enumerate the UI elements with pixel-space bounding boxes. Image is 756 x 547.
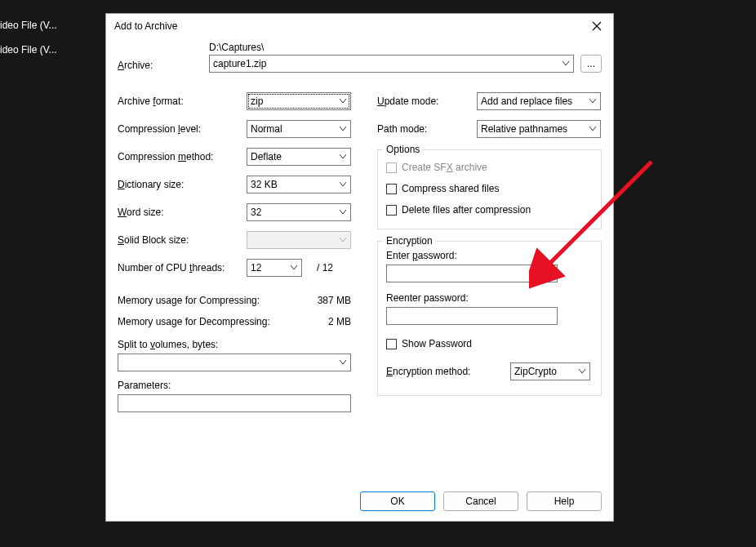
archive-file-value: capture1.zip bbox=[213, 58, 266, 69]
bg-file-name: ideo File (V... bbox=[0, 20, 106, 31]
archive-format-label: Archive format: bbox=[118, 96, 247, 107]
chevron-down-icon bbox=[336, 360, 350, 365]
ok-label: OK bbox=[390, 496, 404, 507]
path-mode-label: Path mode: bbox=[377, 123, 477, 135]
archive-path: D:\Captures\ bbox=[209, 42, 602, 53]
close-button[interactable] bbox=[587, 16, 607, 36]
split-volumes-label: Split to volumes, bytes: bbox=[118, 339, 351, 350]
compress-shared-label: Compress shared files bbox=[402, 183, 499, 194]
dictionary-size-label: Dictionary size: bbox=[118, 179, 247, 190]
chevron-down-icon bbox=[585, 99, 600, 104]
cpu-threads-label: Number of CPU threads: bbox=[118, 262, 247, 274]
mem-decompress-value: 2 MB bbox=[328, 316, 351, 327]
cpu-threads-select[interactable]: 12 bbox=[247, 259, 302, 277]
chevron-down-icon bbox=[575, 369, 589, 374]
enter-password-input[interactable] bbox=[386, 265, 558, 282]
compression-level-value: Normal bbox=[251, 123, 282, 135]
close-icon bbox=[592, 21, 602, 31]
reenter-password-label: Reenter password: bbox=[386, 292, 593, 304]
archive-label: Archive: bbox=[118, 42, 209, 71]
browse-label: ... bbox=[587, 58, 595, 69]
update-mode-select[interactable]: Add and replace files bbox=[477, 92, 601, 110]
compression-method-value: Deflate bbox=[251, 151, 282, 162]
word-size-select[interactable]: 32 bbox=[247, 203, 351, 221]
parameters-label: Parameters: bbox=[118, 380, 351, 391]
dictionary-size-value: 32 KB bbox=[251, 179, 278, 190]
delete-after-checkbox[interactable] bbox=[386, 205, 397, 216]
encryption-group: Encryption Enter password: Reenter passw… bbox=[377, 241, 602, 396]
options-title: Options bbox=[383, 144, 423, 155]
chevron-down-icon bbox=[336, 127, 350, 131]
chevron-down-icon bbox=[585, 127, 600, 131]
dialog-title: Add to Archive bbox=[114, 20, 177, 32]
chevron-down-icon bbox=[336, 99, 350, 104]
compression-method-select[interactable]: Deflate bbox=[247, 148, 351, 166]
word-size-label: Word size: bbox=[118, 207, 247, 218]
word-size-value: 32 bbox=[251, 207, 261, 218]
archive-file-combo[interactable]: capture1.zip bbox=[209, 55, 574, 73]
add-to-archive-dialog: Add to Archive Archive: D:\Captures\ cap… bbox=[105, 13, 614, 522]
encryption-method-value: ZipCrypto bbox=[514, 366, 557, 377]
cancel-button[interactable]: Cancel bbox=[443, 491, 518, 511]
show-password-label: Show Password bbox=[402, 338, 472, 349]
encryption-title: Encryption bbox=[383, 235, 436, 247]
cancel-label: Cancel bbox=[465, 496, 496, 507]
solid-block-select bbox=[247, 231, 351, 249]
cpu-threads-total: / 12 bbox=[317, 262, 333, 274]
sfx-checkbox bbox=[386, 162, 397, 173]
browse-button[interactable]: ... bbox=[580, 55, 602, 73]
split-volumes-combo[interactable] bbox=[118, 354, 351, 371]
encryption-method-select[interactable]: ZipCrypto bbox=[510, 362, 590, 380]
dictionary-size-select[interactable]: 32 KB bbox=[247, 176, 351, 193]
path-mode-value: Relative pathnames bbox=[481, 123, 567, 135]
cpu-threads-value: 12 bbox=[251, 262, 261, 274]
chevron-down-icon bbox=[558, 61, 573, 66]
solid-block-label: Solid Block size: bbox=[118, 234, 247, 246]
chevron-down-icon bbox=[336, 154, 350, 159]
compression-level-label: Compression level: bbox=[118, 123, 247, 135]
enter-password-label: Enter password: bbox=[386, 250, 593, 261]
chevron-down-icon bbox=[336, 210, 350, 215]
path-mode-select[interactable]: Relative pathnames bbox=[477, 120, 601, 138]
encryption-method-label: Encryption method: bbox=[386, 366, 510, 377]
help-label: Help bbox=[554, 496, 575, 507]
archive-format-select[interactable]: zip bbox=[247, 92, 351, 110]
help-button[interactable]: Help bbox=[527, 491, 602, 511]
bg-file-name: ideo File (V... bbox=[0, 44, 106, 56]
ok-button[interactable]: OK bbox=[360, 491, 435, 511]
mem-decompress-label: Memory usage for Decompressing: bbox=[118, 316, 270, 327]
reenter-password-input[interactable] bbox=[386, 307, 558, 325]
options-group: Options Create SFX archive Compress shar… bbox=[377, 149, 602, 229]
archive-format-value: zip bbox=[251, 96, 263, 107]
delete-after-label: Delete files after compression bbox=[402, 204, 531, 216]
sfx-label: Create SFX archive bbox=[402, 162, 487, 173]
compression-method-label: Compression method: bbox=[118, 151, 247, 162]
show-password-checkbox[interactable] bbox=[386, 339, 397, 349]
compress-shared-checkbox[interactable] bbox=[386, 184, 397, 194]
button-bar: OK Cancel Help bbox=[106, 482, 613, 521]
parameters-input[interactable] bbox=[118, 394, 351, 412]
titlebar: Add to Archive bbox=[106, 14, 613, 38]
chevron-down-icon bbox=[287, 265, 301, 270]
chevron-down-icon bbox=[336, 238, 350, 242]
mem-compress-value: 387 MB bbox=[318, 295, 351, 306]
chevron-down-icon bbox=[336, 182, 350, 187]
update-mode-label: Update mode: bbox=[377, 96, 477, 107]
update-mode-value: Add and replace files bbox=[481, 96, 572, 107]
mem-compress-label: Memory usage for Compressing: bbox=[118, 295, 260, 306]
compression-level-select[interactable]: Normal bbox=[247, 120, 351, 138]
